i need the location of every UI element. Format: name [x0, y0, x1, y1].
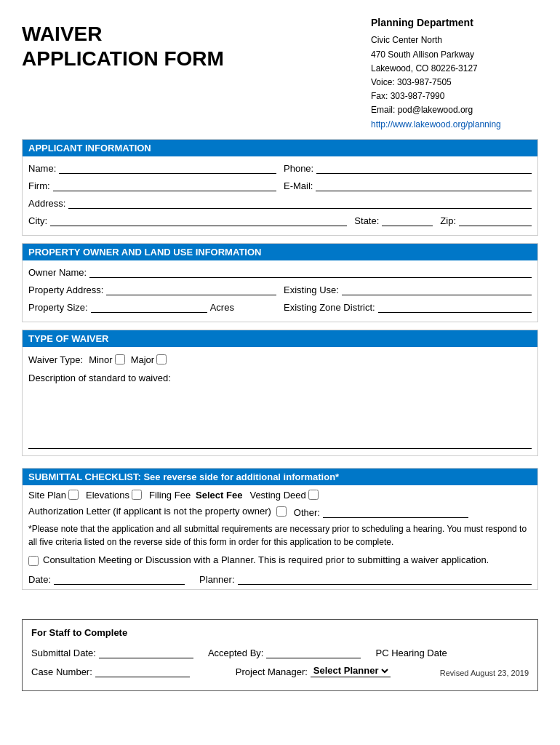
name-label: Name: [28, 163, 56, 174]
zip-label: Zip: [440, 215, 456, 226]
consultation-checkbox[interactable] [28, 556, 39, 566]
existing-zone-input[interactable] [378, 300, 532, 313]
owner-name-field-group: Owner Name: [28, 265, 532, 278]
property-size-row: Property Size: Acres Existing Zone Distr… [28, 300, 532, 313]
existing-use-input[interactable] [342, 282, 532, 295]
owner-name-input[interactable] [89, 265, 532, 278]
dept-website[interactable]: http://www.lakewood.org/planning [371, 118, 538, 132]
owner-name-row: Owner Name: [28, 265, 532, 278]
state-input[interactable] [382, 213, 433, 226]
auth-other-row: Authorization Letter (if applicant is no… [28, 505, 532, 518]
firm-label: Firm: [28, 180, 50, 191]
dept-email: Email: pod@lakewood.org [371, 103, 538, 117]
site-plan-label: Site Plan [28, 490, 66, 501]
vesting-deed-checkbox[interactable] [308, 490, 319, 500]
minor-label: Minor [89, 354, 113, 365]
description-textarea[interactable] [28, 383, 532, 449]
major-checkbox[interactable] [156, 354, 167, 364]
city-input[interactable] [50, 213, 347, 226]
waiver-fields: Waiver Type: Minor Major Description of … [23, 347, 537, 455]
owner-name-label: Owner Name: [28, 267, 87, 278]
name-input[interactable] [59, 161, 276, 174]
property-size-field-group: Property Size: Acres [28, 300, 276, 313]
planner-field-group: Planner: [199, 572, 532, 585]
firm-field-group: Firm: [28, 178, 276, 191]
major-label: Major [131, 354, 155, 365]
acres-label: Acres [210, 302, 234, 313]
dept-address2: 470 South Allison Parkway [371, 48, 538, 62]
auth-letter-checkbox[interactable] [276, 506, 287, 517]
date-field-group: Date: [28, 572, 185, 585]
address-row: Address: [28, 196, 532, 209]
vesting-deed-item: Vesting Deed [249, 490, 318, 501]
applicant-section-header: APPLICANT INFORMATION [23, 140, 537, 156]
title-block: WAIVER APPLICATION FORM [22, 15, 224, 71]
planner-input[interactable] [238, 572, 532, 585]
checklist-section: SUBMITTAL CHECKLIST: See reverse side fo… [22, 468, 538, 590]
address-field-group: Address: [28, 196, 532, 209]
dept-address3: Lakewood, CO 80226-3127 [371, 62, 538, 76]
elevations-checkbox[interactable] [132, 490, 142, 500]
header: WAIVER APPLICATION FORM Planning Departm… [22, 15, 538, 132]
property-section: PROPERTY OWNER AND LAND USE INFORMATION … [22, 243, 538, 322]
other-label: Other: [294, 507, 320, 518]
minor-checkbox-group: Minor [89, 354, 125, 365]
consultation-label: Consultation Meeting or Discussion with … [43, 554, 489, 565]
project-manager-select[interactable]: Select Planner [311, 664, 391, 677]
existing-zone-field-group: Existing Zone District: [284, 300, 532, 313]
elevations-item: Elevations [86, 490, 142, 501]
site-plan-checkbox[interactable] [68, 490, 79, 500]
revised-field: Revised August 23, 2019 [440, 667, 529, 677]
project-manager-label: Project Manager: [236, 666, 308, 677]
phone-input[interactable] [316, 161, 532, 174]
waiver-type-label: Waiver Type: [28, 354, 83, 365]
property-size-input[interactable] [91, 300, 207, 313]
staff-section: For Staff to Complete Submittal Date: Ac… [22, 619, 538, 691]
date-input[interactable] [54, 572, 185, 585]
elevations-label: Elevations [86, 490, 129, 501]
address-input[interactable] [68, 196, 532, 209]
page-title: WAIVER APPLICATION FORM [22, 22, 224, 71]
description-label: Description of standard to waived: [28, 372, 171, 383]
case-number-input[interactable] [95, 664, 190, 677]
date-label: Date: [28, 574, 51, 585]
property-address-input[interactable] [106, 282, 276, 295]
waiver-section: TYPE OF WAIVER Waiver Type: Minor Major … [22, 330, 538, 456]
address-label: Address: [28, 198, 65, 209]
city-state-zip-row: City: State: Zip: [28, 213, 532, 226]
city-label: City: [28, 215, 47, 226]
planner-label: Planner: [199, 574, 234, 585]
dept-voice: Voice: 303-987-7505 [371, 76, 538, 89]
firm-input[interactable] [53, 178, 276, 191]
case-number-label: Case Number: [31, 666, 92, 677]
description-area: Description of standard to waived: [28, 372, 532, 451]
department-info: Planning Department Civic Center North 4… [371, 15, 538, 132]
phone-field-group: Phone: [284, 161, 532, 174]
minor-checkbox[interactable] [115, 354, 125, 364]
pc-hearing-label: PC Hearing Date [375, 648, 447, 658]
email-field-group: E-Mail: [284, 178, 532, 191]
date-planner-row: Date: Planner: [28, 572, 532, 585]
staff-section-title: For Staff to Complete [31, 627, 529, 638]
email-input[interactable] [316, 178, 532, 191]
other-input[interactable] [323, 505, 468, 518]
submittal-date-field: Submittal Date: [31, 645, 193, 658]
select-fee-label: Select Fee [196, 490, 242, 501]
accepted-by-input[interactable] [266, 645, 361, 658]
pc-hearing-field: PC Hearing Date [375, 648, 529, 658]
submittal-date-input[interactable] [99, 645, 193, 658]
checklist-fields: Site Plan Elevations Filing Fee Select F… [23, 485, 537, 589]
applicant-section: APPLICANT INFORMATION Name: Phone: Firm:… [22, 139, 538, 236]
checklist-section-header: SUBMITTAL CHECKLIST: See reverse side fo… [23, 469, 537, 485]
revised-text: Revised August 23, 2019 [440, 669, 529, 677]
filing-fee-label: Filing Fee [149, 490, 191, 501]
existing-use-label: Existing Use: [284, 284, 339, 295]
zip-input[interactable] [459, 213, 532, 226]
staff-row-1: Submittal Date: Accepted By: PC Hearing … [31, 645, 529, 658]
site-plan-item: Site Plan [28, 490, 79, 501]
major-checkbox-group: Major [131, 354, 167, 365]
applicant-fields: Name: Phone: Firm: E-Mail: Address: [23, 156, 537, 235]
submittal-date-label: Submittal Date: [31, 648, 96, 658]
filing-fee-item: Filing Fee Select Fee [149, 490, 242, 501]
accepted-by-label: Accepted By: [208, 648, 264, 658]
